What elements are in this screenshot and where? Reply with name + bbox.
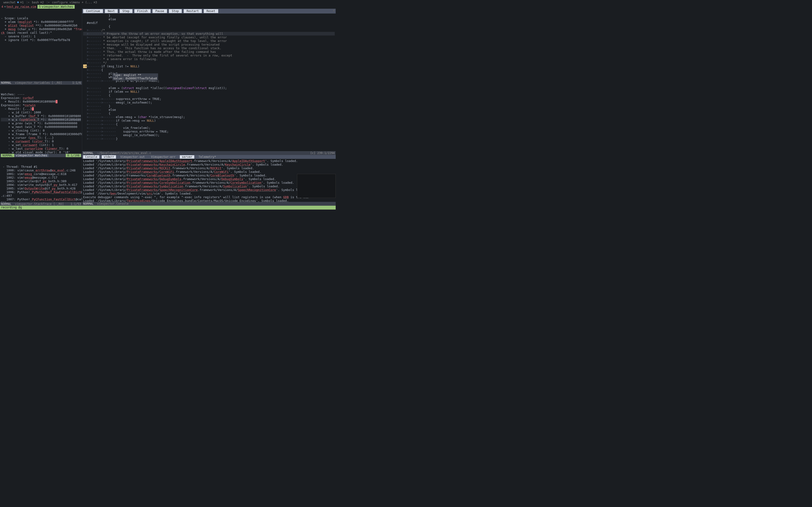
step-button[interactable]: Step (120, 9, 133, 13)
code-line[interactable]: >------->-------if (elem->msg == NULL) (83, 119, 335, 122)
watch-line[interactable]: + Result: 0x0000000101809800 (1, 100, 81, 103)
watches-pane[interactable]: Watches: ----Expression: curbuf + Result… (0, 85, 82, 154)
watch-line[interactable]: + w_buffer (buf_T *): 0x0000000101809800 (1, 114, 81, 118)
code-line[interactable]: >------- { (83, 94, 335, 97)
stop-button[interactable]: Stop (169, 9, 182, 13)
watch-line[interactable]: + w_cursor (pos_T): {...} (1, 136, 81, 139)
reset-button[interactable]: Reset (204, 9, 218, 13)
output-tab-stderr[interactable]: stderr (102, 155, 116, 159)
watch-line[interactable]: - Result: {...} (1, 107, 81, 111)
os-tab-1[interactable]: weechat ⌘1 (1, 1, 26, 4)
variable-line[interactable]: ck (most recent call last):" (1, 31, 81, 35)
minimap[interactable] (297, 174, 336, 198)
variable-line[interactable]: + plist (msglist **): 0x0000000100e002b0 (1, 24, 81, 27)
watch-line[interactable]: + w_frame (frame_T *): 0x0000000103000df… (1, 132, 81, 136)
output-tab-telemetry-[interactable]: Telemetry* (197, 155, 218, 159)
watch-line[interactable]: - w_set_curswant (int): 1 (1, 143, 81, 147)
variable-line[interactable]: - severe (int): 1 (1, 35, 81, 38)
os-tab-2[interactable]: bash ⌘2 (30, 1, 46, 4)
code-line[interactable]: >------->-------elem->msg = (char *)vim_… (83, 115, 335, 119)
watch-line[interactable]: - w_old_visual_mode (char): 0 '\0' (1, 151, 81, 154)
os-tab-3[interactable]: configure_vimenv + (... ⌘3 (50, 1, 100, 4)
close-icon[interactable]: ✕ (28, 1, 30, 4)
variable-line[interactable]: + ignore (int *): 0x00007ffeefbf9a78 (1, 38, 81, 42)
watch-line[interactable]: - w_last_cursorline (linenr_T): 0 (1, 147, 81, 151)
variable-line[interactable]: - Scope: Locals (1, 16, 81, 20)
watch-line[interactable]: - w_curswant (colnr_T): 0 (1, 139, 81, 143)
code-line[interactable]: } (83, 14, 335, 17)
stack-frame[interactable]: 1003: vim!writer@if_py_both.h:389 (1, 179, 81, 183)
code-statusline: NORMAL ~/Development/vim/src/ex_eval.c [… (82, 151, 336, 155)
stack-frame[interactable]: 1002: vim!emsg@message.c:717 (1, 176, 81, 179)
output-tab-console[interactable]: Console (83, 155, 99, 159)
code-line[interactable]: >-------/* (83, 28, 335, 32)
stack-frame[interactable]: 1007: Python!_PyCFunction_FastCallDict@c… (1, 198, 81, 201)
code-line[interactable]: >------- * message will be displayed and… (83, 43, 335, 46)
stack-frame[interactable]: .c:497 (1, 194, 81, 198)
code-line[interactable]: >------->-------} (83, 137, 335, 140)
stack-frame[interactable]: 1005: vim!OutputWrite@if_py_both.h:428 (1, 187, 81, 190)
console-line: Loaded '/System/Library/PrivateFramework… (83, 163, 335, 166)
vim-tab-2[interactable]: 5 vimspector.Watches (38, 5, 74, 9)
stacktrace-pane[interactable]: - Thread: Thread #1 1000: vim!cause_errt… (0, 157, 82, 202)
output-tab-vimspector-out[interactable]: Vimspector-out (118, 155, 147, 159)
code-line[interactable]: >------- * returned. - Throw only the fi… (83, 54, 335, 57)
code-line[interactable]: >------- else (83, 108, 335, 112)
pane-close-icon[interactable]: X (333, 9, 335, 12)
watch-line[interactable]: + w_next (win_T *): 0x0000000000000000 (1, 125, 81, 129)
vim-tabline: 4+ test_py_raise.vim 5 vimspector.Watche… (0, 5, 336, 9)
close-icon[interactable]: ✕ (48, 1, 50, 4)
code-line[interactable]: >------- * a severe error is following. (83, 57, 335, 61)
code-line[interactable]: >------- * be aborted (except for execut… (83, 36, 335, 39)
code-line[interactable]: >------->------- emsg(_(e_outofmem)); (83, 133, 335, 137)
code-line[interactable]: >------- elem = (struct msglist *)alloc(… (83, 86, 335, 90)
stack-frame[interactable]: - Thread: Thread #1 (1, 165, 81, 169)
watch-line[interactable]: Expression: curbuf (1, 96, 81, 100)
console-line: Loaded '/System/Library/PrivateFramework… (83, 159, 335, 163)
stack-frame[interactable]: 1004: vim!write_output@if_py_both.h:417 (1, 183, 81, 187)
stack-frame[interactable]: 1006: Python!_PyMethodDef_RawFastCallDic… (1, 190, 81, 194)
code-line[interactable]: >------->-------suppress_errthrow = TRUE… (83, 97, 335, 101)
watch-line[interactable]: - w_id (int): 1000 (1, 111, 81, 114)
console-statusline: NORMAL vimspector.Console (82, 202, 336, 206)
code-line[interactable]: >------- */ (83, 61, 335, 64)
code-line[interactable]: >------- { (83, 112, 335, 115)
stack-frame[interactable]: 1001: vim!emsg_core@message.c:618 (1, 172, 81, 176)
watch-line[interactable]: - w_closing (int): 0 (1, 129, 81, 132)
variables-pane[interactable]: - Scope: Locals + elem (msglist *): 0x00… (0, 9, 82, 81)
code-line[interactable]: >------- * then. - This function has no … (83, 46, 335, 50)
restart-button[interactable]: Restart (184, 9, 202, 13)
code-line[interactable]: >------- if (elem == NULL) (83, 90, 335, 94)
variable-line[interactable]: + mesg (char_u *): 0x0000000100e002b0 "T… (1, 27, 81, 31)
code-line[interactable]: #endif (83, 21, 335, 24)
watch-line[interactable]: Expression: *curwin (1, 103, 81, 107)
code-line[interactable]: >------->------- suppress_errthrow = TRU… (83, 130, 335, 133)
finish-button[interactable]: Finish (134, 9, 151, 13)
code-line[interactable]: >------- * Prepare the throw of an error… (83, 32, 335, 36)
continue-button[interactable]: Continue (83, 9, 103, 13)
code-line[interactable]: ->>-------if (msg_list != NULL) (83, 64, 335, 68)
stack-frame[interactable]: 1000: vim!cause_errthrow@ex_eval.c:248 (1, 169, 81, 172)
code-line[interactable]: >------- } (83, 104, 335, 108)
output-tab-vimspector-err[interactable]: Vimspector-err (149, 155, 177, 159)
code-line[interactable]: >------- * exception is caught; if still… (83, 39, 335, 43)
code-line[interactable]: >------->-------emsg(_(e_outofmem)); (83, 101, 335, 104)
code-line[interactable]: >------->------- vim_free(elem); (83, 126, 335, 130)
watch-line[interactable]: + w_s (synblock_T *): 0x000000010180b680 (1, 118, 81, 121)
stacktrace-statusline: NORMAL vimspector.StackTrace [-,RO] 1:1/… (0, 202, 82, 206)
code-line[interactable]: else (83, 17, 335, 21)
console-pane[interactable]: Loaded '/System/Library/PrivateFramework… (82, 159, 336, 202)
next-button[interactable]: Next (105, 9, 118, 13)
output-tab-server[interactable]: server (180, 155, 194, 159)
code-line[interactable] (83, 82, 335, 86)
pause-button[interactable]: Pause (152, 9, 167, 13)
code-line[interactable]: >------->-------{ (83, 122, 335, 126)
code-line[interactable]: >-------{ (83, 68, 335, 72)
watch-line[interactable]: + w_prev (win_T *): 0x0000000000000000 (1, 121, 81, 125)
variable-line[interactable]: + elem (msglist *): 0x000000010000ffff (1, 20, 81, 24)
code-line[interactable]: { (83, 24, 335, 28)
console-line: Loaded '/System/Library/TextEncodings/Un… (83, 199, 335, 202)
code-line[interactable]: >------- * Thus, the actual throw is mad… (83, 50, 335, 54)
code-pane[interactable]: } else #endif { >-------/* >------- * Pr… (82, 13, 336, 151)
vim-tab-1[interactable]: 4+ test_py_raise.vim (0, 5, 38, 9)
